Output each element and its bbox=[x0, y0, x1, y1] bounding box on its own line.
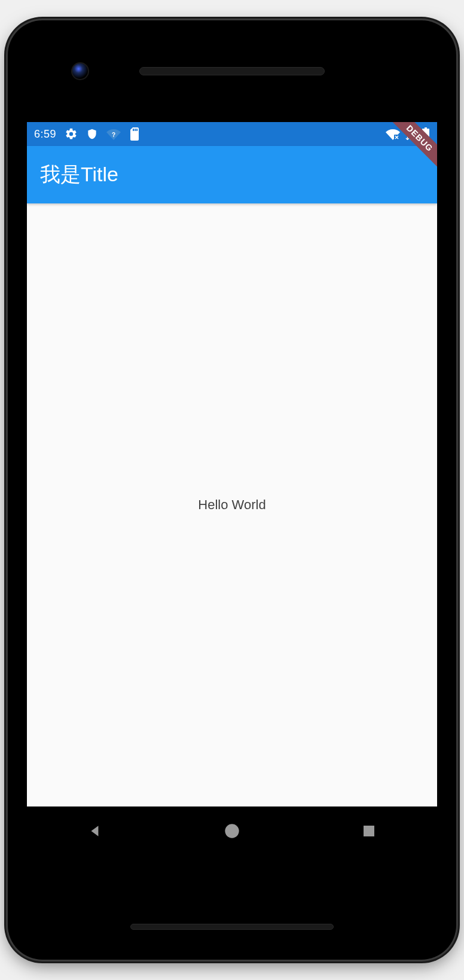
screen: 6:59 ? bbox=[27, 122, 437, 806]
wifi-x-icon bbox=[386, 128, 400, 140]
body-text: Hello World bbox=[198, 497, 265, 513]
app-bar-title: 我是Title bbox=[40, 161, 118, 188]
device-bottom-bezel bbox=[8, 856, 456, 960]
svg-text:?: ? bbox=[112, 132, 115, 138]
earpiece-speaker bbox=[139, 67, 325, 75]
bottom-speaker bbox=[130, 924, 334, 930]
status-bar-left: 6:59 ? bbox=[34, 127, 140, 141]
navigation-bar bbox=[27, 806, 437, 856]
device-frame: 6:59 ? bbox=[8, 20, 456, 960]
svg-rect-4 bbox=[364, 826, 374, 836]
body-content: Hello World bbox=[27, 203, 437, 806]
status-time: 6:59 bbox=[34, 128, 56, 141]
svg-point-3 bbox=[225, 824, 239, 838]
device-top-bezel bbox=[8, 20, 456, 122]
nav-back-button[interactable] bbox=[86, 822, 104, 840]
wifi-help-icon: ? bbox=[106, 128, 121, 140]
square-recent-icon bbox=[362, 824, 376, 838]
triangle-back-icon bbox=[87, 823, 103, 839]
app-bar: DEBUG 我是Title bbox=[27, 146, 437, 203]
nav-recent-button[interactable] bbox=[360, 822, 378, 840]
front-camera bbox=[71, 62, 89, 80]
sd-card-icon bbox=[129, 127, 140, 141]
circle-home-icon bbox=[224, 823, 240, 839]
shield-icon bbox=[86, 128, 98, 140]
nav-home-button[interactable] bbox=[223, 822, 241, 840]
settings-icon bbox=[65, 127, 78, 141]
status-bar: 6:59 ? bbox=[27, 122, 437, 146]
